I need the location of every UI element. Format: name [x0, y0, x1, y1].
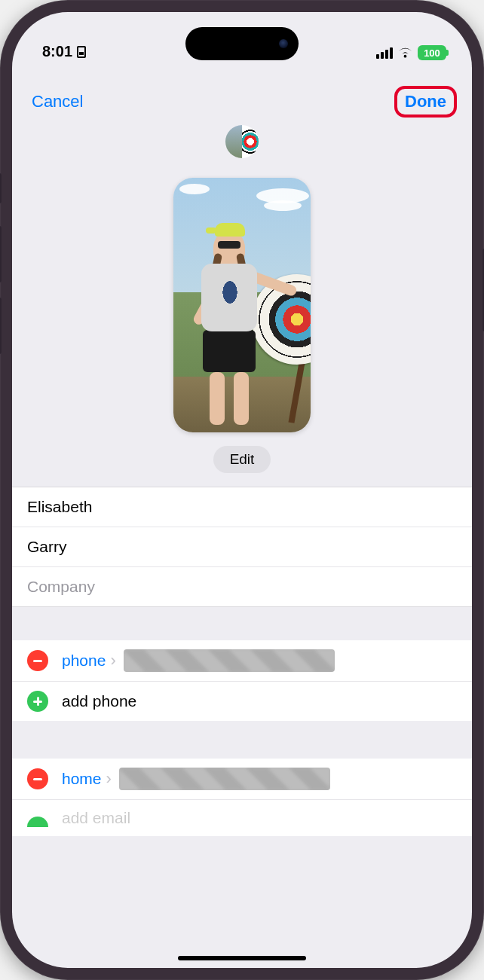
contact-poster-section: Edit [12, 122, 472, 487]
cellular-signal-icon [376, 47, 393, 59]
done-button[interactable]: Done [394, 86, 457, 118]
dynamic-island [185, 27, 299, 60]
phone-value-redacted[interactable] [124, 649, 335, 672]
side-button-silence [0, 173, 2, 203]
sim-icon [77, 46, 86, 58]
phone-entry-row[interactable]: phone › [12, 640, 472, 682]
section-gap [12, 607, 472, 640]
phone-list-group: phone › add phone [12, 640, 472, 721]
add-email-button[interactable] [27, 817, 48, 827]
email-label-picker[interactable]: home › [62, 770, 112, 788]
remove-email-button[interactable] [27, 768, 48, 789]
email-entry-row[interactable]: home › [12, 759, 472, 800]
contact-avatar-thumbnail[interactable] [225, 125, 259, 158]
email-list-group: home › add email [12, 759, 472, 836]
last-name-field[interactable]: Garry [12, 527, 472, 567]
remove-phone-button[interactable] [27, 650, 48, 671]
chevron-right-icon: › [106, 771, 112, 787]
add-email-label: add email [62, 809, 130, 827]
section-gap [12, 721, 472, 759]
phone-label-text: phone [62, 652, 106, 670]
battery-indicator: 100 [418, 45, 446, 60]
edit-poster-button[interactable]: Edit [213, 446, 271, 473]
add-email-row[interactable]: add email [12, 800, 472, 836]
home-indicator[interactable] [178, 956, 306, 960]
first-name-field[interactable]: Elisabeth [12, 487, 472, 527]
iphone-frame: 8:01 100 Cancel Done [0, 0, 484, 980]
phone-label-picker[interactable]: phone › [62, 652, 116, 670]
chevron-right-icon: › [110, 652, 115, 669]
email-label-text: home [62, 770, 102, 788]
side-button-volume-down [0, 298, 2, 354]
wifi-icon [397, 47, 413, 59]
person-graphic [191, 230, 267, 419]
add-phone-row[interactable]: add phone [12, 682, 472, 721]
side-button-volume-up [0, 226, 2, 282]
contact-poster-card[interactable] [173, 178, 311, 432]
status-time: 8:01 [42, 43, 72, 60]
email-value-redacted[interactable] [119, 768, 330, 790]
nav-bar: Cancel Done [12, 65, 472, 122]
company-field[interactable]: Company [12, 567, 472, 607]
add-phone-label: add phone [62, 692, 136, 710]
add-phone-button[interactable] [27, 691, 48, 712]
screen: 8:01 100 Cancel Done [12, 12, 472, 968]
name-form-group: Elisabeth Garry Company [12, 487, 472, 607]
front-camera-icon [279, 39, 288, 48]
cancel-button[interactable]: Cancel [32, 92, 83, 111]
